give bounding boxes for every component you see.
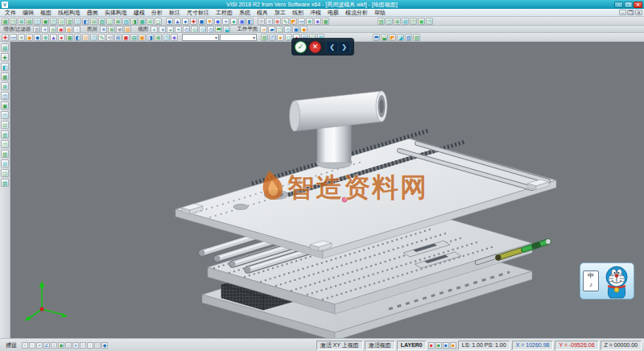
menu-item[interactable]: 电极	[324, 9, 342, 17]
sidebar-icon[interactable]: ◳	[1, 140, 9, 148]
menu-item[interactable]: 工程图	[213, 9, 236, 17]
toolbar-icon[interactable]: ⌗	[266, 18, 273, 25]
mdi-minimize-button[interactable]: –	[619, 10, 626, 15]
snap-icon[interactable]: ◆	[101, 342, 108, 349]
toolbar-icon[interactable]: ◷	[207, 26, 214, 33]
toolbar-icon[interactable]: ●	[277, 34, 284, 41]
snap-icon[interactable]: ◉	[58, 342, 64, 349]
toolbar-icon[interactable]: ▦	[138, 18, 146, 25]
toolbar-icon[interactable]: ▣	[292, 26, 299, 33]
toolbar-icon[interactable]: ◐	[151, 26, 158, 33]
toolbar-icon[interactable]: ⊕	[306, 18, 313, 25]
cancel-button[interactable]: ✕	[309, 41, 321, 53]
toolbar-icon[interactable]: ◵	[191, 26, 198, 33]
toolbar-icon[interactable]: ◇	[284, 26, 291, 33]
maximize-button[interactable]: ❐	[624, 2, 633, 8]
toolbar-icon[interactable]: ⟲	[106, 34, 114, 41]
status-indicator-icon[interactable]: ■	[428, 342, 435, 349]
status-indicator-icon[interactable]: ■	[450, 342, 456, 349]
toolbar-icon[interactable]: ✚	[190, 18, 197, 25]
menu-item[interactable]: 建模	[130, 9, 148, 17]
toolbar-icon[interactable]: ▧	[378, 18, 385, 25]
toolbar-icon[interactable]: ◒	[167, 26, 174, 33]
toolbar-icon[interactable]: ▣	[138, 34, 146, 41]
toolbar-icon[interactable]: ▣	[418, 18, 425, 25]
sidebar-icon[interactable]: ✚	[1, 53, 9, 61]
menu-item[interactable]: 编辑	[19, 9, 37, 17]
toolbar-icon[interactable]: ▣	[42, 18, 49, 25]
toolbar-icon[interactable]: ◧	[74, 34, 81, 41]
toolbar-icon[interactable]: ⊠	[114, 18, 122, 25]
snap-icon[interactable]: ○	[80, 342, 86, 349]
sidebar-icon[interactable]: ▣	[1, 101, 9, 109]
toolbar-icon[interactable]: ⌖	[41, 26, 48, 33]
toolbar-icon[interactable]: ✎	[98, 34, 105, 41]
toolbar-icon[interactable]: ●	[182, 18, 189, 25]
toolbar-icon[interactable]: ◴	[183, 26, 190, 33]
toolbar-icon[interactable]: ◍	[65, 26, 72, 33]
toolbar-icon[interactable]: ▦	[2, 18, 9, 25]
toolbar-icon[interactable]: ⌖	[222, 18, 229, 25]
toolbar-icon[interactable]: ▨	[98, 18, 105, 25]
snap-icon[interactable]: ⌖	[72, 342, 79, 349]
toolbar-icon[interactable]: ◻	[155, 18, 162, 25]
workplane-field[interactable]: 激活 XY 上视图	[316, 341, 363, 350]
toolbar-icon[interactable]: ◑	[159, 26, 166, 33]
sidebar-icon[interactable]: ⊟	[1, 159, 9, 167]
toolbar-icon[interactable]: ✎	[282, 18, 289, 25]
toolbar-icon[interactable]: ◎	[49, 26, 56, 33]
toolbar-icon[interactable]: ▤	[402, 18, 409, 25]
toolbar-icon[interactable]: ▣	[238, 18, 246, 25]
toolbar-icon[interactable]: ⬒	[215, 26, 222, 33]
minimize-button[interactable]: –	[614, 2, 623, 8]
toolbar-icon[interactable]: ◉	[26, 34, 33, 41]
toolbar-icon[interactable]: ⊗	[274, 18, 281, 25]
snap-icon[interactable]: ◦	[29, 342, 35, 349]
snap-icon[interactable]: ·	[87, 342, 93, 349]
sidebar-icon[interactable]: ⊞	[1, 82, 9, 90]
snap-icon[interactable]: □	[94, 342, 101, 349]
toolbar-icon[interactable]: ▧	[122, 18, 130, 25]
sidebar-icon[interactable]: ◲	[1, 169, 9, 177]
close-button[interactable]: ✕	[634, 2, 642, 8]
menu-item[interactable]: 文件	[2, 9, 19, 17]
confirm-button[interactable]: ✓	[295, 41, 307, 53]
toolbar-icon[interactable]: ▼	[206, 18, 213, 25]
sidebar-icon[interactable]: ◫	[1, 92, 9, 100]
toolbar-icon[interactable]: ⟳	[258, 18, 265, 25]
toolbar-icon[interactable]: ◪	[397, 34, 404, 41]
toolbar-icon[interactable]: ▨	[405, 34, 412, 41]
toolbar-icon[interactable]: ⌖	[18, 34, 25, 41]
toolbar-icon[interactable]: ◈	[314, 18, 321, 25]
toolbar-icon[interactable]: ◫	[34, 18, 41, 25]
toolbar-icon[interactable]: ▤	[124, 26, 131, 33]
toolbar-icon[interactable]: ◩	[290, 18, 297, 25]
toolbar-icon[interactable]: ◰	[50, 18, 57, 25]
active-view-field[interactable]: 激活视图	[365, 341, 395, 350]
toolbar-icon[interactable]: ▤	[26, 18, 33, 25]
toolbar-icon[interactable]: ◲	[106, 18, 114, 25]
sidebar-icon[interactable]: ▨	[1, 150, 9, 158]
view-combo[interactable]: ▾	[182, 34, 219, 41]
sidebar-icon[interactable]: ⊡	[1, 121, 9, 129]
toolbar-icon[interactable]: ▧	[261, 34, 268, 41]
layer-field[interactable]: LAYER0	[397, 341, 427, 350]
toolbar-icon[interactable]: ◱	[74, 18, 81, 25]
toolbar-icon[interactable]: ◳	[10, 18, 17, 25]
toolbar-icon[interactable]: ⊡	[82, 34, 89, 41]
menu-item[interactable]: 尺寸标注	[184, 9, 213, 17]
sidebar-icon[interactable]: ▤	[1, 43, 9, 52]
mdi-restore-button[interactable]: ❐	[627, 10, 634, 15]
toolbar-icon[interactable]: ▥	[66, 18, 73, 25]
toolbar-icon[interactable]: ◳	[163, 34, 170, 41]
toolbar-icon[interactable]: ⊞	[147, 18, 154, 25]
toolbar-icon[interactable]: ◉	[57, 26, 64, 33]
toolbar-icon[interactable]: ◈	[171, 34, 178, 41]
toolbar-icon[interactable]: ▲	[50, 34, 57, 41]
toolbar-icon[interactable]: ●	[230, 18, 237, 25]
toolbar-icon[interactable]: ⊟	[90, 18, 97, 25]
toolbar-icon[interactable]: ◫	[90, 34, 97, 41]
menu-item[interactable]: 模具	[254, 9, 271, 17]
toolbar-icon[interactable]: ▦	[66, 34, 73, 41]
sidebar-icon[interactable]: ▧	[1, 179, 9, 187]
